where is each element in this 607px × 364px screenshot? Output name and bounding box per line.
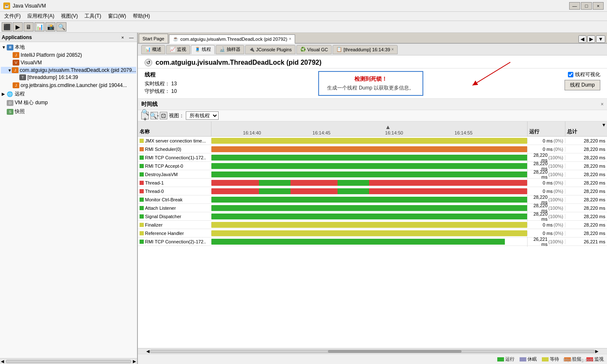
- left-panel-close-btn[interactable]: ×: [120, 35, 126, 40]
- tab-start-page[interactable]: Start Page ×: [139, 34, 168, 43]
- window-controls[interactable]: — □ ×: [569, 2, 604, 10]
- hscroll-left[interactable]: ◀: [146, 349, 150, 353]
- thread-name-text: RMI TCP Connection(2)-172..: [145, 239, 206, 244]
- left-scroll-bar[interactable]: ◀ ▶: [0, 358, 137, 364]
- legend-sleep-label: 休眠: [528, 356, 537, 362]
- sub-tab-threaddump[interactable]: 📋 [threaddump] 16:14:39 ×: [333, 45, 398, 54]
- thread-total-cell: 28,220 ms: [565, 138, 607, 143]
- sub-tab-jconsole[interactable]: 🔌 JConsole Plugins: [245, 45, 296, 54]
- thread-total-value: 28,220 ms: [584, 172, 605, 177]
- scroll-left-btn[interactable]: ◀: [1, 359, 4, 364]
- sub-tab-monitor-label: 监视: [177, 46, 186, 53]
- thread-name-text: DestroyJavaVM: [145, 172, 178, 177]
- close-button[interactable]: ×: [593, 2, 604, 10]
- menu-help[interactable]: 帮助(H): [130, 12, 153, 21]
- legend-wait-color: [542, 357, 549, 361]
- sub-tab-sampler[interactable]: 🔬 抽样器: [216, 45, 244, 54]
- refresh-button[interactable]: ↺: [145, 59, 152, 66]
- menu-applications[interactable]: 应用程序(A): [25, 12, 57, 21]
- view-select[interactable]: 所有线程: [186, 111, 219, 120]
- tab-nav-menu[interactable]: ▼: [596, 35, 605, 43]
- sort-icon[interactable]: ▼: [602, 122, 606, 127]
- table-row[interactable]: Signal Dispatcher 28,220 ms (100%) 28,22…: [138, 212, 607, 221]
- thread-status-icon: [140, 147, 144, 151]
- tree-visualvm-label: VisualVM: [21, 60, 42, 66]
- minimize-button[interactable]: —: [569, 2, 580, 10]
- toolbar-btn-5[interactable]: 📸: [45, 22, 55, 32]
- menu-window[interactable]: 窗口(W): [106, 12, 129, 21]
- thread-name-cell: Reference Handler: [138, 231, 211, 236]
- legend-sleep: 休眠: [520, 356, 537, 362]
- table-header: 名称 16:14:40 16:14:45 16:14:50 16:14:55 ▲…: [138, 121, 607, 137]
- table-row[interactable]: RMI TCP Connection(2)-172.. 26,221 ms (1…: [138, 237, 607, 246]
- thread-name-text: Thread-1: [145, 180, 164, 185]
- timeline-close-btn[interactable]: ×: [601, 101, 604, 107]
- sub-tab-monitor[interactable]: 📈 监视: [166, 45, 190, 54]
- sub-tab-overview-label: 概述: [152, 46, 161, 53]
- left-panel-minimize-btn[interactable]: —: [127, 35, 135, 40]
- sub-tab-visual-gc[interactable]: ♻️ Visual GC: [296, 45, 332, 54]
- thread-dump-button[interactable]: 线程 Dump: [565, 80, 600, 90]
- toolbar-btn-6[interactable]: 🔍: [56, 22, 66, 32]
- toolbar-btn-3[interactable]: 🖥: [24, 22, 34, 32]
- toolbar-btn-2[interactable]: ▶: [13, 22, 23, 32]
- sub-tab-threads[interactable]: 🧵 线程: [191, 45, 215, 54]
- thread-run-value: 0 ms: [543, 231, 553, 236]
- table-row[interactable]: JMX server connection time... 0 ms (0%) …: [138, 137, 607, 145]
- monitor-icon: 📈: [170, 47, 176, 52]
- sub-tab-jconsole-label: JConsole Plugins: [256, 47, 292, 52]
- thread-run-pct: (100%): [549, 239, 563, 244]
- zoom-in-button[interactable]: 🔍+: [141, 112, 149, 119]
- thread-bar-cell: [211, 221, 527, 229]
- tab-nav-left[interactable]: ◀: [578, 35, 586, 43]
- tab-nav-right[interactable]: ▶: [587, 35, 595, 43]
- thread-total-cell: 26,221 ms: [565, 239, 607, 244]
- left-panel-header: Applications × —: [0, 33, 137, 42]
- app-icon: ☕: [3, 3, 10, 9]
- thread-bar: [211, 239, 527, 245]
- menu-tools[interactable]: 工具(T): [82, 12, 103, 21]
- threaddump-tab-icon: 📋: [336, 47, 342, 52]
- thread-visualize-check[interactable]: 线程可视化: [568, 71, 600, 78]
- content-area: 📊 概述 📈 监视 🧵 线程 🔬 抽样器 🔌 JConsole P: [138, 44, 607, 364]
- table-row[interactable]: Finalizer 0 ms (0%) 28,220 ms: [138, 221, 607, 229]
- h-scrollbar[interactable]: ◀ ▶: [138, 348, 607, 354]
- threads-icon: 🧵: [195, 47, 201, 52]
- app-tree: ▼ 🖥 本地 J IntelliJ Platform (pid 20852): [0, 42, 137, 358]
- ts-4: 16:14:55: [454, 130, 472, 135]
- ts-2: 16:14:45: [312, 130, 330, 135]
- hscroll-right[interactable]: ▶: [595, 349, 599, 353]
- thread-name-text: Signal Dispatcher: [145, 214, 181, 219]
- thread-name-text: RMI TCP Connection(1)-172..: [145, 155, 206, 160]
- table-row[interactable]: DestroyJavaVM 28,220 ms (100%) 28,220 ms: [138, 170, 607, 179]
- menu-view[interactable]: 视图(V): [58, 12, 80, 21]
- col-total-header: 总计 ▼: [565, 121, 607, 136]
- zoom-fit-button[interactable]: ⊡: [160, 112, 167, 119]
- vm-icon: V: [13, 60, 19, 66]
- toolbar-btn-4[interactable]: 📊: [34, 22, 45, 32]
- hscroll-track[interactable]: [150, 350, 595, 353]
- legend-run: 运行: [497, 356, 515, 362]
- thread-run-value: 26,221 ms: [529, 237, 548, 247]
- tree-threaddump-label: [threaddump] 16:14:39: [27, 74, 78, 80]
- left-panel-title: Applications: [2, 34, 32, 40]
- tab-deadlock-close[interactable]: ×: [289, 37, 291, 41]
- thread-total-value: 28,220 ms: [584, 197, 605, 202]
- process-header: ↺ com.atguigu.jvisualvm.ThreadDeadLock (…: [138, 55, 607, 69]
- menu-file[interactable]: 文件(F): [2, 12, 23, 21]
- zoom-out-button[interactable]: 🔍-: [150, 112, 158, 119]
- sub-tab-sampler-label: 抽样器: [227, 46, 240, 53]
- thread-status-icon: [140, 172, 144, 177]
- sub-tab-overview[interactable]: 📊 概述: [141, 45, 165, 54]
- sub-tab-threaddump-close[interactable]: ×: [391, 47, 394, 52]
- thread-visualize-checkbox[interactable]: [568, 72, 573, 77]
- toolbar-btn-1[interactable]: ⬛: [2, 22, 12, 32]
- scroll-right-btn[interactable]: ▶: [133, 359, 136, 364]
- maximize-button[interactable]: □: [581, 2, 592, 10]
- thread-name-cell: DestroyJavaVM: [138, 172, 211, 177]
- hscroll-thumb[interactable]: [328, 350, 461, 353]
- thread-section-title: 线程: [145, 71, 177, 79]
- table-row[interactable]: Thread-1 0 ms (0%) 28,220 ms: [138, 179, 607, 187]
- tree-vmdump-label: VM 核心 dump: [15, 99, 48, 106]
- tab-deadlock[interactable]: ☕ com.atguigu.jvisualvm.ThreadDeadLock (…: [169, 34, 295, 44]
